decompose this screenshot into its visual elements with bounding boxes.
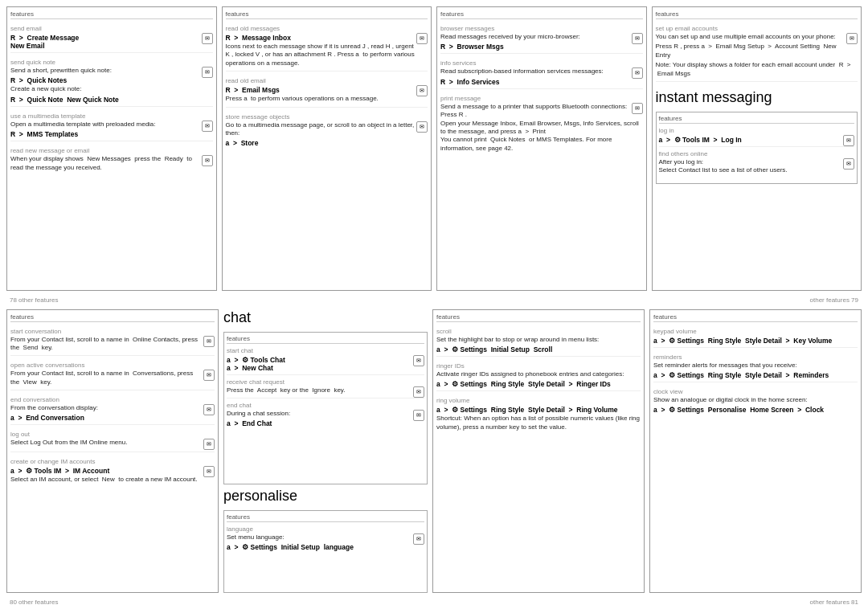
section-logout: log out ✉ Select Log Out from the IM Onl…	[10, 427, 215, 452]
message-inbox-body: Icons next to each message show if it is…	[226, 43, 428, 67]
ringer-ids-title: ringer IDs	[436, 362, 641, 370]
panel-top-4: features set up email accounts ✉ You can…	[652, 6, 862, 291]
clock-view-command: a > ⚙ Settings Personalise Home Screen >…	[653, 406, 858, 414]
end-chat-title: end chat	[227, 402, 424, 409]
print-body: Send a message to a printer that support…	[440, 103, 643, 153]
start-chat-title: start chat	[227, 347, 424, 354]
top-row: features send email ✉ R > Create Message…	[6, 6, 862, 291]
store-body: Go to a multimedia message page, or scro…	[226, 121, 428, 138]
email-setup-icon: ✉	[846, 33, 858, 44]
scroll-body: Set the highlight bar to stop or wrap ar…	[436, 336, 641, 344]
footer-top-right: other features 79	[810, 296, 858, 304]
logout-icon: ✉	[203, 439, 215, 450]
keypad-volume-title: keypad volume	[653, 328, 858, 335]
info-services-body: Read subscription-based information serv…	[440, 67, 643, 76]
language-body: Set menu language:	[227, 533, 424, 541]
personalise-inner-header: features	[227, 513, 424, 522]
receive-chat-body: Press the Accept key or the Ignore key.	[227, 386, 424, 394]
receive-chat-title: receive chat request	[227, 378, 424, 386]
section-ringer-ids: ringer IDs Activate ringer IDs assigned …	[436, 359, 641, 391]
panel-top-1-header: features	[10, 10, 213, 19]
section-clock-view: clock view Show an analogue or digital c…	[653, 385, 858, 416]
ringer-ids-command: a > ⚙ Settings Ring Style Style Detail >…	[436, 380, 641, 388]
section-browser-msgs: browser messages ✉ Read messages receive…	[440, 22, 643, 54]
message-inbox-command: R > Message Inbox	[226, 34, 428, 42]
read-old-msg-icon: ✉	[416, 33, 428, 44]
im-inner-panel: features log in ✉ a > ⚙ Tools IM > Log I…	[656, 112, 858, 184]
email-msgs-icon: ✉	[416, 85, 428, 96]
section-im-account: create or change IM accounts ✉ a > ⚙ Too…	[10, 455, 215, 487]
mms-body: Open a multimedia template with preloade…	[10, 121, 213, 129]
email-msgs-command: R > Email Msgs	[226, 86, 428, 94]
personalise-section: personalise features language ✉ Set menu…	[223, 488, 428, 593]
mms-icon: ✉	[202, 121, 213, 132]
im-account-title: create or change IM accounts	[10, 458, 215, 465]
quick-note-body: Send a short, prewritten quick note:	[10, 67, 213, 75]
section-read-old-msg: read old messages ✉ R > Message Inbox Ic…	[226, 22, 428, 72]
section-language: language ✉ Set menu language: a > ⚙ Sett…	[227, 525, 424, 554]
panel-bottom-3-header: features	[436, 313, 641, 322]
send-email-icon: ✉	[202, 33, 213, 44]
reminders-title: reminders	[653, 353, 858, 361]
browser-msgs-body: Read messages received by your micro-bro…	[440, 33, 643, 41]
end-convo-icon: ✉	[203, 404, 215, 415]
clock-view-title: clock view	[653, 388, 858, 395]
start-convo-body: From your Contact list, scroll to a name…	[10, 336, 215, 353]
ring-volume-title: ring volume	[436, 397, 641, 404]
logout-body: Select Log Out from the IM Online menu.	[10, 439, 215, 447]
section-ring-volume: ring volume a > ⚙ Settings Ring Style St…	[436, 394, 641, 435]
info-services-icon: ✉	[632, 67, 643, 79]
chat-title: chat	[223, 309, 428, 326]
browser-msgs-command: R > Browser Msgs	[440, 43, 643, 51]
start-chat-command: a > ⚙ Tools Chata > New Chat	[227, 356, 424, 372]
personalise-inner-panel: features language ✉ Set menu language: a…	[223, 510, 428, 593]
reminders-command: a > ⚙ Settings Ring Style Style Detail >…	[653, 371, 858, 379]
language-title: language	[227, 525, 424, 533]
keypad-volume-command: a > ⚙ Settings Ring Style Style Detail >…	[653, 337, 858, 345]
clock-view-body: Show an analogue or digital clock in the…	[653, 396, 858, 404]
find-online-icon: ✉	[843, 158, 854, 170]
new-message-icon: ✉	[202, 155, 213, 166]
find-online-body: After you log in:Select Contact list to …	[659, 158, 855, 175]
open-convo-icon: ✉	[203, 370, 215, 381]
send-email-title: send email	[10, 25, 213, 32]
section-end-chat: end chat ✉ During a chat session: a > En…	[227, 402, 424, 430]
browser-msgs-icon: ✉	[632, 33, 643, 44]
quick-note-create: Create a new quick note:	[10, 85, 213, 93]
quick-note-icon: ✉	[202, 67, 213, 78]
end-convo-command: a > End Conversation	[10, 414, 215, 422]
quick-note-title: send quick note	[10, 59, 213, 66]
section-info-services: info services ✉ Read subscription-based …	[440, 56, 643, 88]
im-inner-header: features	[659, 115, 855, 124]
section-find-online: find others online ✉ After you log in:Se…	[659, 150, 855, 178]
footer-bottom-left: 80 other features	[10, 599, 58, 606]
read-old-msg-title: read old messages	[226, 25, 428, 32]
personalise-title: personalise	[223, 488, 428, 505]
new-message-title: read new message or email	[10, 147, 213, 154]
login-title: log in	[659, 127, 855, 134]
footer-top: 78 other features other features 79	[6, 296, 862, 304]
panel-top-3-header: features	[440, 10, 643, 19]
panel-bottom-1: features start conversation ✉ From your …	[6, 309, 219, 594]
panel-bottom-1-header: features	[10, 313, 215, 322]
store-icon: ✉	[416, 121, 428, 133]
chat-inner-header: features	[227, 335, 424, 344]
start-convo-icon: ✉	[203, 336, 215, 347]
email-setup-body: You can set up and use multiple email ac…	[656, 33, 858, 41]
print-title: print message	[440, 95, 643, 102]
start-convo-title: start conversation	[10, 328, 215, 335]
chat-section: chat features start chat ✉ a > ⚙ Tools C…	[223, 309, 428, 484]
im-account-icon: ✉	[203, 466, 215, 477]
im-account-body: Select an IM account, or select New to c…	[10, 476, 215, 484]
end-convo-body: From the conversation display:	[10, 404, 215, 412]
store-title: store message objects	[226, 113, 428, 121]
open-convo-body: From your Contact list, scroll to a name…	[10, 370, 215, 386]
instant-messaging-title: instant messaging	[656, 89, 858, 106]
footer-bottom-right: other features 81	[810, 599, 858, 606]
email-setup-command: Press R , press a > Email Msg Setup > Ac…	[656, 43, 858, 59]
panel-bottom-4-header: features	[653, 313, 858, 322]
reminders-body: Set reminder alerts for messages that yo…	[653, 362, 858, 370]
panel-bottom-4: features keypad volume a > ⚙ Settings Ri…	[649, 309, 862, 594]
language-icon: ✉	[413, 533, 424, 545]
email-msgs-body: Press a to perform various operations on…	[226, 95, 428, 103]
